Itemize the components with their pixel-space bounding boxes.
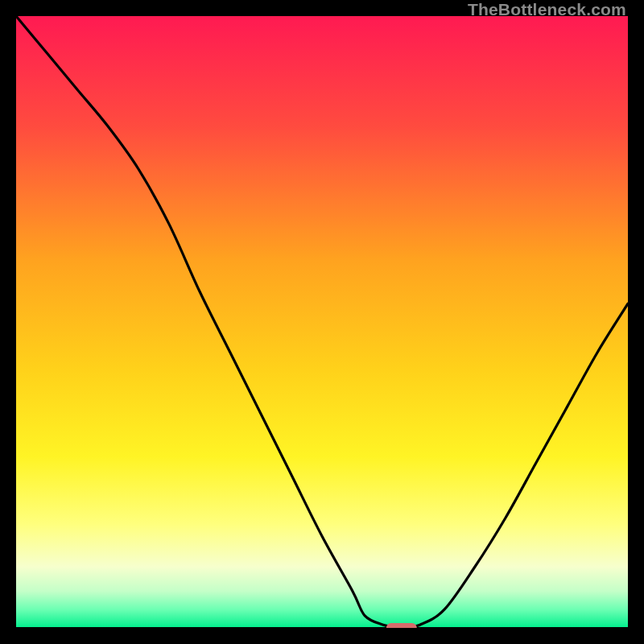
optimal-range-marker (386, 623, 417, 628)
bottleneck-chart (16, 16, 628, 628)
chart-frame: TheBottleneck.com (0, 0, 644, 644)
